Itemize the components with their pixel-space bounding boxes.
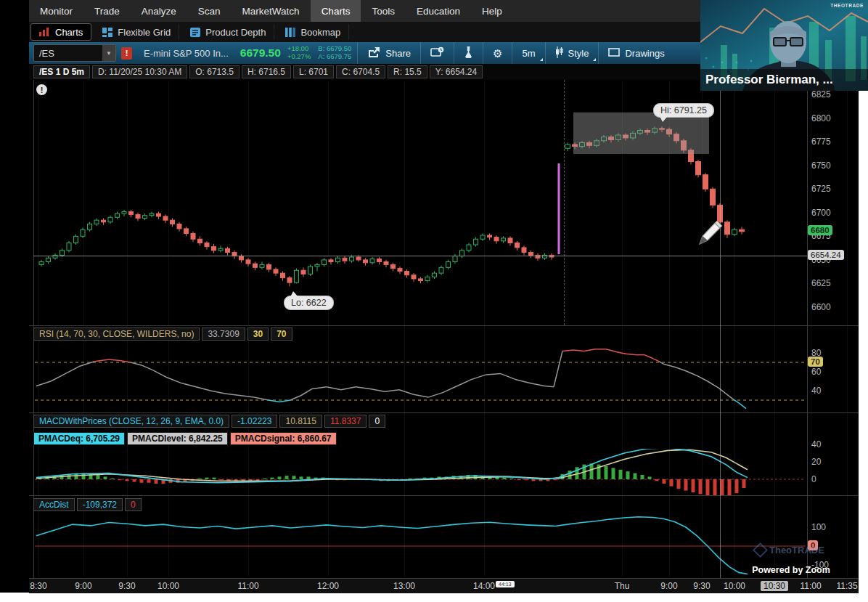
alert-badge[interactable]: ! [121, 47, 132, 60]
price-tick-label: 6825 [811, 89, 831, 99]
watermark-logo-icon [753, 542, 768, 558]
powered-by-zoom-label: Powered by Zoom [733, 565, 849, 575]
symbol-input[interactable]: /ES ▼ [33, 44, 116, 62]
price-tick-label: 6775 [811, 137, 831, 147]
ohlc-cell: H: 6716.5 [242, 65, 291, 78]
last-price: 6679.50 [240, 46, 281, 60]
ohlc-cell: C: 6704.5 [336, 65, 385, 78]
rsi-tick-label: 60 [811, 367, 821, 377]
low-price-label: Lo: 6622 [284, 296, 334, 310]
time-tick-label: 10:00 [157, 581, 179, 591]
time-tick-label: Thu [615, 581, 630, 591]
time-tick-label: 9:00 [75, 581, 91, 591]
high-price-label: Hi: 6791.25 [653, 103, 714, 118]
crosshair-line [720, 80, 721, 578]
style-icon [555, 46, 563, 60]
menu-item-monitor[interactable]: Monitor [29, 0, 83, 22]
time-tick-label: 14:00 [473, 581, 495, 591]
accdist-chart-canvas[interactable] [33, 514, 807, 578]
gridline [811, 81, 811, 577]
time-tick-label: 11:00 [237, 581, 258, 591]
dropdown-caret-icon [540, 58, 543, 61]
accdist-header: AccDist-109,3720 [33, 498, 144, 511]
tab-product-depth[interactable]: Product Depth [182, 24, 274, 40]
chart-title-cell: /ES 1 D 5m [33, 65, 90, 78]
gridline [847, 81, 848, 577]
accdist-header-cell: -109,372 [77, 498, 123, 511]
menu-item-scan[interactable]: Scan [187, 0, 232, 22]
time-axis[interactable]: 8:309:009:3010:0011:0012:0013:0014:00Thu… [29, 578, 859, 593]
rsi-header: RSI (14, 70, 30, CLOSE, WILDERS, no)33.7… [33, 328, 295, 341]
macd-chart-canvas[interactable] [33, 449, 807, 495]
price-tick-label: 6800 [811, 113, 831, 123]
ohlc-cell: D: 11/20/25 10:30 AM [92, 65, 187, 78]
panel-divider[interactable] [29, 412, 859, 413]
macd-header: MACDWithPrices (CLOSE, 12, 26, 9, EMA, 0… [33, 415, 388, 428]
time-tick-label: 12:00 [317, 581, 339, 591]
ohlc-cell: L: 6701 [293, 65, 334, 78]
panel-divider[interactable] [29, 495, 859, 496]
charts-icon [39, 28, 50, 36]
tab-flexible-grid[interactable]: Flexible Grid [94, 24, 179, 40]
menu-item-charts[interactable]: Charts [311, 0, 361, 22]
price-tick-label: 6625 [811, 278, 831, 288]
macd-tick-label: 0 [811, 474, 816, 484]
price-tick-label: 6725 [811, 184, 831, 194]
watermark-text: TheoTRADE [769, 545, 824, 556]
flask-button[interactable] [454, 42, 483, 64]
rsi-header-cell: 30 [247, 328, 269, 341]
share-icon [367, 47, 380, 60]
time-tick-label: 9:30 [118, 581, 135, 591]
drawings-button[interactable]: Drawings [598, 42, 673, 64]
menu-item-analyze[interactable]: Analyze [131, 0, 187, 22]
panel-clock-button[interactable] [420, 42, 454, 64]
tab-label: Product Depth [205, 27, 266, 38]
tab-label: Flexible Grid [118, 27, 171, 38]
price-tick-label: 6600 [811, 302, 831, 312]
time-tick-label: 10:00 [724, 581, 745, 591]
gear-button[interactable]: ⚙ [483, 42, 512, 64]
ohlc-cell: R: 15.5 [388, 65, 427, 78]
menu-item-tools[interactable]: Tools [361, 0, 406, 22]
macd-price-chips: PMACDeq: 6,705.29PMACDlevel: 6,842.25PMA… [33, 432, 339, 445]
bookmap-icon [285, 28, 295, 37]
chart-alert-icon[interactable]: ! [36, 84, 47, 95]
macd-tick-label: 20 [811, 457, 821, 467]
price-tick-label: 6700 [811, 208, 831, 218]
share-button[interactable]: Share [357, 42, 420, 64]
menu-item-education[interactable]: Education [406, 0, 471, 22]
tab-bookmap[interactable]: Bookmap [277, 24, 349, 40]
symbol-value: /ES [34, 48, 102, 59]
menu-item-marketwatch[interactable]: MarketWatch [232, 0, 311, 22]
rsi-chart-canvas[interactable] [33, 343, 807, 412]
menu-item-trade[interactable]: Trade [83, 0, 131, 22]
menu-item-help[interactable]: Help [471, 0, 513, 22]
bid-ask: B: 6679.50 A: 6679.75 [318, 45, 351, 61]
rsi-70-badge: 70 [808, 357, 823, 367]
platform-watermark: TheoTRADE [755, 545, 824, 556]
timeframe-button[interactable]: 5m [512, 42, 544, 64]
macd-header-cell: MACDWithPrices (CLOSE, 12, 26, 9, EMA, 0… [33, 415, 229, 428]
drawings-icon [608, 48, 620, 59]
macd-header-cell: 11.8337 [324, 415, 367, 428]
pmacd-chip: PMACDlevel: 6,842.25 [127, 432, 228, 445]
style-button[interactable]: Style [545, 42, 599, 64]
share-label: Share [385, 48, 411, 59]
dropdown-caret-icon [593, 58, 596, 61]
depth-icon [190, 28, 200, 37]
tab-charts[interactable]: Charts [30, 23, 91, 41]
pencil-cursor-icon [695, 218, 724, 250]
meeting-timer-badge: 44:13 [496, 581, 515, 587]
flask-icon [464, 46, 473, 60]
change-percent: +0.27% [287, 53, 311, 61]
panel-divider[interactable] [29, 325, 859, 326]
time-tick-label: 8:30 [30, 581, 46, 591]
time-tick-label: 11:00 [800, 581, 821, 591]
webcam-overlay[interactable]: THEOTRADE Professor Bierman, ... [700, 0, 868, 91]
macd-header-cell: 0 [369, 415, 385, 428]
rsi-header-cell: RSI (14, 70, 30, CLOSE, WILDERS, no) [33, 328, 200, 341]
accdist-header-cell: 0 [125, 498, 142, 511]
chevron-down-icon[interactable]: ▼ [102, 45, 115, 61]
webcam-participant-name: Professor Bierman, ... [700, 69, 868, 91]
screen: MonitorTradeAnalyzeScanMarketWatchCharts… [0, 0, 868, 602]
